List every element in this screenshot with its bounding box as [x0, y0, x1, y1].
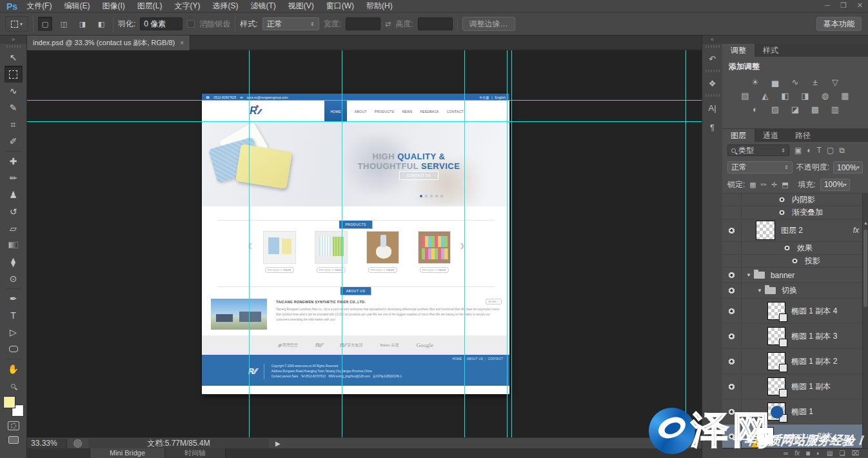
close-icon[interactable]: ✕ [857, 1, 863, 10]
zoom-tool[interactable] [5, 377, 23, 394]
disclosure-triangle-icon[interactable]: ▼ [746, 272, 751, 278]
guide-horizontal[interactable] [27, 100, 702, 101]
menu-image[interactable]: 图像(I) [102, 1, 124, 12]
intersect-selection-mode[interactable]: ◧ [94, 17, 108, 31]
eyedropper-tool[interactable]: ✐ [5, 133, 23, 150]
guide-vertical[interactable] [342, 50, 342, 437]
move-tool[interactable]: ↖ [5, 49, 23, 66]
layers-scrollbar[interactable]: ▲ [862, 194, 868, 448]
menu-filter[interactable]: 滤镜(T) [250, 1, 275, 12]
swap-dimensions-icon[interactable]: ⇄ [385, 20, 391, 28]
guide-vertical[interactable] [464, 50, 465, 437]
filter-adjustment-layers-icon[interactable]: ◐ [807, 146, 811, 155]
lock-paint-icon[interactable]: ✏ [761, 181, 767, 189]
menu-layer[interactable]: 图层(L) [137, 1, 163, 12]
curves-icon[interactable]: ∿ [788, 77, 802, 87]
disclosure-triangle-icon[interactable]: ▼ [757, 288, 762, 294]
brightness-contrast-icon[interactable]: ☀ [748, 77, 762, 87]
layer-effect-row[interactable]: 投影 [722, 255, 868, 268]
tab-timeline[interactable]: 时间轴 [165, 448, 226, 458]
guide-vertical[interactable] [511, 50, 512, 437]
gradient-map-icon[interactable]: ▩ [808, 105, 822, 114]
visibility-eye-icon[interactable] [727, 359, 736, 364]
foreground-color-swatch[interactable] [4, 397, 15, 408]
invert-icon[interactable]: ◐ [748, 105, 762, 114]
layer-thumbnail[interactable] [767, 403, 785, 421]
menu-view[interactable]: 视图(V) [288, 1, 314, 12]
color-balance-icon[interactable]: ◭ [758, 91, 773, 101]
brush-tool[interactable]: ✏ [5, 170, 23, 186]
clone-stamp-tool[interactable]: ♟ [5, 186, 23, 203]
restore-icon[interactable]: ❐ [840, 1, 847, 10]
visibility-eye-icon[interactable] [727, 384, 736, 390]
tab-adjustments[interactable]: 调整 [722, 44, 755, 57]
width-input[interactable] [346, 17, 380, 30]
opacity-value[interactable]: 100%▾ [833, 161, 863, 174]
history-panel-icon[interactable]: ↶ [704, 51, 721, 66]
black-white-icon[interactable]: ◧ [778, 91, 793, 101]
visibility-eye-icon[interactable] [778, 210, 785, 215]
layer-group-row[interactable]: ▼ banner [722, 268, 868, 283]
visibility-eye-icon[interactable] [778, 197, 785, 203]
visibility-eye-icon[interactable] [727, 409, 736, 415]
layer-row-selected[interactable]: T! contact us 副本 [722, 424, 868, 448]
filter-pixel-layers-icon[interactable]: ▣ [794, 146, 802, 155]
collapse-toolbar-icon[interactable]: » [0, 35, 26, 44]
hue-saturation-icon[interactable]: ▤ [738, 91, 753, 101]
character-panel-icon[interactable]: A| [704, 100, 721, 115]
levels-icon[interactable]: ▅ [768, 77, 782, 87]
visibility-eye-icon[interactable] [784, 246, 791, 251]
layer-row[interactable]: 椭圆 1 副本 4 [722, 299, 868, 324]
lock-all-icon[interactable]: ⬒ [782, 181, 788, 189]
type-tool[interactable]: T [5, 307, 23, 324]
layer-row[interactable]: 椭圆 1 副本 2 [722, 349, 868, 374]
height-input[interactable] [418, 17, 453, 30]
menu-edit[interactable]: 编辑(E) [64, 1, 90, 12]
rectangular-marquee-tool[interactable] [5, 66, 23, 83]
add-selection-mode[interactable]: ◫ [57, 17, 71, 31]
filter-shape-layers-icon[interactable]: ▢ [827, 146, 834, 155]
filter-type-layers-icon[interactable]: T [817, 146, 822, 155]
threshold-icon[interactable]: ◪ [788, 105, 802, 114]
new-selection-mode[interactable]: ▢ [38, 17, 52, 31]
layer-thumbnail[interactable] [767, 327, 785, 345]
shape-tool[interactable] [5, 341, 23, 357]
color-lookup-icon[interactable]: ▦ [838, 91, 853, 101]
vibrance-icon[interactable]: ▽ [828, 77, 842, 87]
fx-badge[interactable]: fx [853, 226, 859, 235]
channel-mixer-icon[interactable]: ◍ [818, 91, 833, 101]
visibility-eye-icon[interactable] [727, 308, 736, 314]
crop-tool[interactable]: ⌗ [5, 116, 23, 133]
hand-tool[interactable]: ✋ [5, 361, 23, 377]
history-brush-tool[interactable]: ↺ [5, 203, 23, 220]
layer-row[interactable]: 椭圆 1 副本 3 [722, 324, 868, 349]
guide-vertical[interactable] [249, 50, 250, 437]
status-options-icon[interactable]: ▶ [275, 440, 281, 447]
menu-file[interactable]: 文件(F) [26, 1, 52, 12]
feather-input[interactable]: 0 像素 [140, 17, 182, 30]
screen-mode-button[interactable] [8, 436, 19, 444]
filter-smart-objects-icon[interactable]: ⧉ [839, 146, 845, 155]
new-layer-icon[interactable]: ❏ [840, 450, 845, 457]
posterize-icon[interactable]: ▨ [768, 105, 782, 114]
guide-vertical[interactable] [507, 50, 508, 437]
filter-type-dropdown[interactable]: 类型 ⇕ [727, 144, 789, 156]
scrollbar-thumb[interactable] [863, 230, 867, 307]
style-dropdown[interactable]: 正常⇕ [262, 17, 319, 30]
tab-styles[interactable]: 样式 [755, 44, 787, 57]
menu-select[interactable]: 选择(S) [212, 1, 238, 12]
menu-type[interactable]: 文字(Y) [174, 1, 200, 12]
refine-edge-button[interactable]: 调整边缘… [462, 17, 515, 31]
link-layers-icon[interactable]: ∞ [784, 450, 788, 457]
photo-filter-icon[interactable]: ◨ [798, 91, 813, 101]
visibility-eye-icon[interactable] [727, 288, 736, 294]
visibility-eye-icon[interactable] [727, 272, 736, 278]
new-adjustment-layer-icon[interactable]: ◐ [816, 450, 820, 457]
paragraph-panel-icon[interactable]: ¶ [704, 119, 721, 135]
quick-selection-tool[interactable]: ✎ [5, 99, 23, 116]
tab-paths[interactable]: 路径 [787, 129, 819, 142]
layer-row[interactable]: 图层 2 fx [722, 219, 868, 242]
add-mask-icon[interactable]: ◙ [806, 450, 810, 457]
layer-effects-header-row[interactable]: 效果 [722, 242, 868, 255]
expand-panels-icon[interactable]: « [702, 35, 722, 44]
